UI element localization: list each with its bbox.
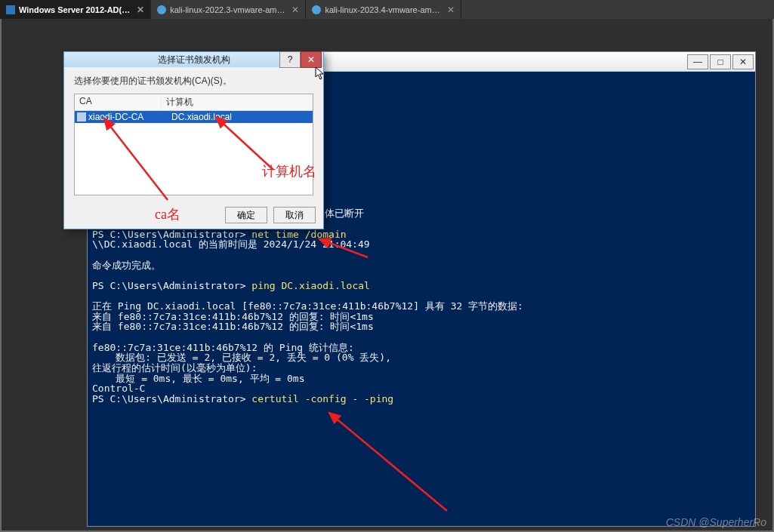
vm-tabbar: Windows Server 2012-AD(… ✕ kali-linux-20… — [0, 0, 774, 19]
col-header-computer[interactable]: 计算机 — [162, 94, 313, 110]
tab-label: Windows Server 2012-AD(… — [19, 5, 130, 14]
kali-icon — [312, 5, 321, 14]
tab-label: kali-linux-2023.4-vmware-am… — [325, 5, 439, 14]
cell-ca-name: xiaodi-DC-CA — [88, 112, 170, 122]
kali-icon — [157, 5, 166, 14]
cert-icon — [77, 112, 86, 121]
list-row-selected[interactable]: xiaodi-DC-CA DC.xiaodi.local — [75, 111, 313, 123]
vm-tab-kali-2023[interactable]: kali-linux-2023.4-vmware-am… ✕ — [306, 0, 461, 19]
cell-computer-name: DC.xiaodi.local — [170, 112, 313, 122]
close-icon[interactable]: ✕ — [137, 5, 144, 15]
dialog-prompt: 选择你要使用的证书颁发机构(CA)(S)。 — [74, 75, 313, 88]
windows-icon — [6, 5, 15, 14]
dialog-body: 选择你要使用的证书颁发机构(CA)(S)。 CA 计算机 xiaodi-DC-C… — [64, 67, 323, 201]
minimize-button[interactable]: — — [687, 54, 708, 69]
dialog-buttons: 确定 取消 — [64, 201, 323, 229]
ok-button[interactable]: 确定 — [225, 207, 267, 223]
dialog-titlebar[interactable]: 选择证书颁发机构 ? ✕ — [64, 52, 323, 67]
ca-select-dialog: 选择证书颁发机构 ? ✕ 选择你要使用的证书颁发机构(CA)(S)。 CA 计算… — [63, 51, 324, 229]
close-icon[interactable]: ✕ — [447, 5, 455, 15]
dialog-title: 选择证书颁发机构 — [158, 54, 230, 66]
tab-label: kali-linux-2022.3-vmware-am… — [170, 5, 285, 14]
close-button[interactable]: ✕ — [732, 54, 754, 69]
ca-listview[interactable]: CA 计算机 xiaodi-DC-CA DC.xiaodi.local — [74, 94, 313, 195]
list-header: CA 计算机 — [75, 94, 313, 111]
vm-tab-kali-2022[interactable]: kali-linux-2022.3-vmware-am… ✕ — [151, 0, 306, 19]
vm-canvas: 管理员: Windows PowerShell — □ ✕ 所有权利。 c7a:… — [0, 19, 774, 532]
maximize-button[interactable]: □ — [710, 54, 731, 69]
help-button[interactable]: ? — [279, 51, 301, 68]
cancel-button[interactable]: 取消 — [273, 207, 316, 223]
vm-tab-winserver[interactable]: Windows Server 2012-AD(… ✕ — [0, 0, 151, 19]
close-icon[interactable]: ✕ — [291, 5, 299, 15]
col-header-ca[interactable]: CA — [75, 94, 162, 110]
close-button[interactable]: ✕ — [301, 51, 322, 68]
